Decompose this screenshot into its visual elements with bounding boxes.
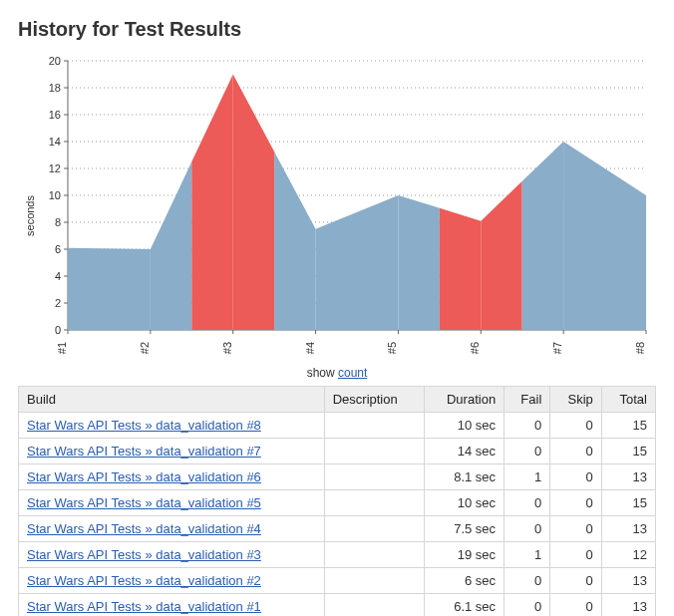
cell-fail: 1 — [505, 542, 550, 568]
cell-fail: 0 — [505, 516, 550, 542]
svg-text:#5: #5 — [386, 342, 398, 354]
svg-text:#7: #7 — [551, 342, 563, 354]
cell-fail: 0 — [505, 568, 550, 594]
cell-description — [324, 542, 424, 568]
cell-fail: 0 — [505, 594, 550, 617]
cell-duration: 10 sec — [424, 413, 505, 439]
cell-description — [324, 568, 424, 594]
svg-text:10: 10 — [49, 189, 61, 201]
table-row: Star Wars API Tests » data_validation #3… — [19, 542, 656, 568]
table-row: Star Wars API Tests » data_validation #7… — [19, 439, 656, 464]
svg-marker-44 — [563, 142, 646, 330]
svg-text:#6: #6 — [469, 342, 481, 354]
build-link[interactable]: Star Wars API Tests » data_validation #2 — [27, 573, 261, 588]
col-total: Total — [601, 387, 655, 413]
svg-marker-42 — [481, 181, 521, 330]
cell-skip: 0 — [550, 439, 602, 464]
cell-description — [324, 594, 424, 617]
cell-duration: 14 sec — [424, 439, 505, 464]
col-skip: Skip — [550, 387, 602, 413]
cell-duration: 10 sec — [424, 490, 505, 516]
build-link[interactable]: Star Wars API Tests » data_validation #7 — [27, 444, 261, 459]
build-link[interactable]: Star Wars API Tests » data_validation #1 — [27, 599, 261, 614]
svg-text:20: 20 — [49, 55, 61, 67]
cell-fail: 0 — [505, 439, 550, 464]
duration-history-chart: 02468101214161820seconds#1#2#3#4#5#6#7#8 — [18, 51, 656, 360]
svg-text:18: 18 — [49, 82, 61, 94]
cell-total: 15 — [601, 490, 655, 516]
cell-duration: 7.5 sec — [424, 516, 505, 542]
table-row: Star Wars API Tests » data_validation #5… — [19, 490, 656, 516]
cell-skip: 0 — [550, 568, 602, 594]
cell-fail: 1 — [505, 464, 550, 490]
col-fail: Fail — [505, 387, 550, 413]
cell-total: 13 — [601, 568, 655, 594]
svg-marker-35 — [151, 161, 191, 330]
table-row: Star Wars API Tests » data_validation #6… — [19, 464, 656, 490]
svg-text:6: 6 — [55, 243, 61, 255]
chart-y-axis-label: seconds — [24, 195, 36, 236]
table-header-row: Build Description Duration Fail Skip Tot… — [19, 387, 656, 413]
cell-skip: 0 — [550, 542, 602, 568]
cell-skip: 0 — [550, 594, 602, 617]
build-link[interactable]: Star Wars API Tests » data_validation #5 — [27, 495, 261, 510]
table-row: Star Wars API Tests » data_validation #2… — [19, 568, 656, 594]
cell-description — [324, 516, 424, 542]
cell-description — [324, 413, 424, 439]
cell-fail: 0 — [505, 413, 550, 439]
cell-duration: 19 sec — [424, 542, 505, 568]
svg-text:#4: #4 — [304, 342, 316, 354]
cell-description — [324, 490, 424, 516]
show-label: show — [307, 366, 338, 380]
svg-text:#8: #8 — [634, 342, 646, 354]
cell-duration: 6.1 sec — [424, 594, 505, 617]
svg-text:12: 12 — [49, 162, 61, 174]
svg-marker-40 — [398, 195, 439, 330]
show-count-link[interactable]: count — [338, 366, 367, 380]
cell-description — [324, 464, 424, 490]
cell-duration: 8.1 sec — [424, 464, 505, 490]
svg-text:2: 2 — [55, 297, 61, 309]
results-table: Build Description Duration Fail Skip Tot… — [18, 386, 656, 616]
svg-marker-43 — [522, 142, 563, 330]
build-link[interactable]: Star Wars API Tests » data_validation #6 — [27, 469, 261, 484]
build-link[interactable]: Star Wars API Tests » data_validation #4 — [27, 521, 261, 536]
svg-text:8: 8 — [55, 216, 61, 228]
cell-total: 13 — [601, 594, 655, 617]
cell-total: 13 — [601, 516, 655, 542]
svg-marker-38 — [274, 152, 315, 330]
table-row: Star Wars API Tests » data_validation #4… — [19, 516, 656, 542]
svg-marker-37 — [233, 75, 274, 331]
cell-skip: 0 — [550, 516, 602, 542]
svg-marker-36 — [191, 75, 232, 331]
svg-marker-39 — [316, 195, 399, 330]
cell-total: 12 — [601, 542, 655, 568]
cell-total: 15 — [601, 413, 655, 439]
col-build: Build — [19, 387, 325, 413]
svg-text:#3: #3 — [221, 342, 233, 354]
svg-text:0: 0 — [55, 324, 61, 336]
build-link[interactable]: Star Wars API Tests » data_validation #3 — [27, 547, 261, 562]
table-row: Star Wars API Tests » data_validation #8… — [19, 413, 656, 439]
cell-total: 15 — [601, 439, 655, 464]
cell-description — [324, 439, 424, 464]
cell-skip: 0 — [550, 490, 602, 516]
cell-skip: 0 — [550, 464, 602, 490]
svg-marker-41 — [440, 208, 481, 330]
svg-text:#1: #1 — [56, 342, 68, 354]
svg-text:16: 16 — [49, 109, 61, 121]
table-row: Star Wars API Tests » data_validation #1… — [19, 594, 656, 617]
cell-duration: 6 sec — [424, 568, 505, 594]
svg-text:#2: #2 — [139, 342, 151, 354]
svg-text:14: 14 — [49, 136, 61, 148]
svg-text:4: 4 — [55, 270, 61, 282]
cell-total: 13 — [601, 464, 655, 490]
col-duration: Duration — [424, 387, 505, 413]
show-count-row: show count — [18, 366, 656, 380]
build-link[interactable]: Star Wars API Tests » data_validation #8 — [27, 418, 261, 433]
svg-marker-34 — [68, 248, 151, 330]
col-description: Description — [324, 387, 424, 413]
cell-fail: 0 — [505, 490, 550, 516]
page-title: History for Test Results — [18, 18, 656, 41]
cell-skip: 0 — [550, 413, 602, 439]
